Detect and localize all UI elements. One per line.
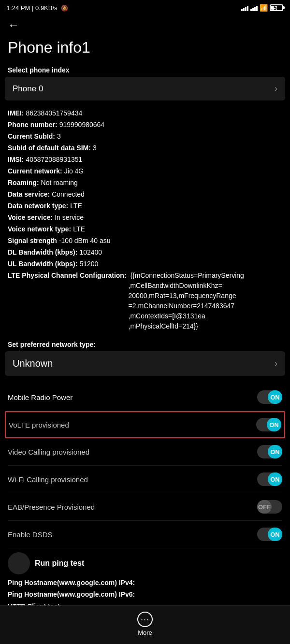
network-type-value: Unknown — [13, 358, 53, 369]
toggle-row-dsds: Enable DSDS ON — [8, 521, 282, 548]
phone-selector-label: Select phone index — [0, 64, 290, 77]
status-separator: | — [32, 4, 35, 12]
default-sim-value: 3 — [93, 143, 282, 153]
eab-toggle[interactable]: OFF — [257, 500, 282, 514]
roaming-value: Not roaming — [41, 178, 282, 188]
voice-network-label: Voice network type: — [8, 224, 71, 234]
info-row-signal: Signal strength -100 dBm 40 asu — [8, 236, 282, 246]
wifi-calling-label: Wi-Fi Calling provisioned — [8, 475, 88, 484]
phone-info-section: IMEI: 862384051759434 Phone number: 9199… — [0, 106, 290, 337]
signal-bars-icon — [241, 4, 248, 11]
wifi-icon: 📶 — [260, 4, 268, 12]
info-row-subid: Current SubId: 3 — [8, 131, 282, 142]
more-icon[interactable]: ··· — [137, 612, 153, 627]
phone-selector-value: Phone 0 — [13, 84, 43, 94]
ping-avatar — [8, 552, 30, 574]
signal-bars-2-icon — [250, 4, 258, 11]
status-time: 1:24 PM — [7, 4, 30, 12]
info-row-imsi: IMSI: 405872088931351 — [8, 155, 282, 165]
info-row-dl-bw: DL Bandwidth (kbps): 102400 — [8, 247, 282, 258]
dl-bw-label: DL Bandwidth (kbps): — [8, 247, 77, 258]
page-title: Phone info1 — [0, 37, 290, 64]
lte-config-label: LTE Physical Channel Configuration: — [8, 271, 127, 331]
toggle-row-mobile-radio: Mobile Radio Power ON — [8, 384, 282, 411]
volte-toggle[interactable]: ON — [256, 418, 281, 431]
chevron-right-2-icon: › — [275, 358, 277, 369]
data-service-label: Data service: — [8, 189, 50, 200]
mobile-radio-toggle[interactable]: ON — [257, 390, 282, 404]
ping-ipv6: Ping Hostname(www.google.com) IPv6: — [8, 589, 282, 600]
info-row-default-sim: SubId of default data SIM: 3 — [8, 143, 282, 153]
info-row-data-service: Data service: Connected — [8, 189, 282, 200]
dsds-label: Enable DSDS — [8, 530, 53, 539]
data-service-value: Connected — [52, 189, 282, 200]
toggle-row-volte: VoLTE provisioned ON — [5, 411, 285, 438]
volte-label: VoLTE provisioned — [9, 421, 69, 429]
toggle-row-wifi-calling: Wi-Fi Calling provisioned ON — [8, 466, 282, 493]
lte-config-value: {{mConnectionStatus=PrimaryServing ,mCel… — [129, 271, 282, 331]
phone-value: 919990980664 — [59, 120, 282, 130]
info-row-roaming: Roaming: Not roaming — [8, 178, 282, 188]
info-row-phone: Phone number: 919990980664 — [8, 120, 282, 130]
video-calling-toggle[interactable]: ON — [257, 445, 282, 458]
signal-value: -100 dBm 40 asu — [59, 236, 282, 246]
status-bar: 1:24 PM | 0.9KB/s 🔕 📶 50 — [0, 0, 290, 14]
chevron-right-icon: › — [275, 84, 277, 94]
ul-bw-value: 51200 — [79, 259, 282, 269]
voice-service-label: Voice service: — [8, 213, 53, 223]
info-row-data-network: Data network type: LTE — [8, 201, 282, 211]
current-network-value: Jio 4G — [64, 166, 282, 176]
imsi-value: 405872088931351 — [26, 155, 282, 165]
imei-label: IMEI: — [8, 108, 24, 118]
status-data-speed: 0.9KB/s — [35, 4, 58, 12]
default-sim-label: SubId of default data SIM: — [8, 143, 91, 153]
toggle-row-eab: EAB/Presence Provisioned OFF — [8, 493, 282, 521]
eab-state: OFF — [258, 503, 271, 511]
video-calling-label: Video Calling provisioned — [8, 448, 89, 456]
voice-network-value: LTE — [73, 224, 282, 234]
info-row-voice-service: Voice service: In service — [8, 213, 282, 223]
voice-service-value: In service — [55, 213, 282, 223]
subid-value: 3 — [57, 131, 282, 142]
subid-label: Current SubId: — [8, 131, 55, 142]
ping-ipv4: Ping Hostname(www.google.com) IPv4: — [8, 577, 282, 588]
ul-bw-label: UL Bandwidth (kbps): — [8, 259, 77, 269]
info-row-lte-config: LTE Physical Channel Configuration: {{mC… — [8, 271, 282, 331]
mobile-radio-state: ON — [270, 394, 280, 401]
wifi-calling-state: ON — [270, 476, 280, 483]
toggle-row-video-calling: Video Calling provisioned ON — [8, 438, 282, 466]
ping-title-row: Run ping test — [8, 552, 282, 574]
alarm-icon: 🔕 — [61, 5, 68, 12]
data-network-value: LTE — [70, 201, 282, 211]
roaming-label: Roaming: — [8, 178, 39, 188]
more-label[interactable]: More — [138, 629, 152, 636]
imsi-label: IMSI: — [8, 155, 24, 165]
dl-bw-value: 102400 — [79, 247, 282, 258]
info-row-ul-bw: UL Bandwidth (kbps): 51200 — [8, 259, 282, 269]
eab-label: EAB/Presence Provisioned — [8, 503, 95, 511]
imei-value: 862384051759434 — [26, 108, 282, 118]
network-type-label: Set preferred network type: — [0, 337, 290, 348]
status-time-speed: 1:24 PM | 0.9KB/s 🔕 — [7, 4, 68, 12]
info-row-voice-network: Voice network type: LTE — [8, 224, 282, 234]
info-row-network: Current network: Jio 4G — [8, 166, 282, 176]
phone-selector-dropdown[interactable]: Phone 0 › — [5, 77, 285, 100]
video-calling-state: ON — [270, 448, 280, 456]
ping-title-text: Run ping test — [35, 559, 84, 568]
current-network-label: Current network: — [8, 166, 62, 176]
volte-state: ON — [269, 421, 279, 429]
data-network-label: Data network type: — [8, 201, 68, 211]
battery-level: 50 — [271, 5, 282, 11]
signal-label: Signal strength — [8, 236, 57, 246]
toggle-section: Mobile Radio Power ON VoLTE provisioned … — [0, 384, 290, 548]
back-button[interactable]: ← — [0, 14, 290, 37]
wifi-calling-toggle[interactable]: ON — [257, 472, 282, 486]
dsds-toggle[interactable]: ON — [257, 528, 282, 541]
phone-label: Phone number: — [8, 120, 58, 130]
dsds-state: ON — [270, 531, 280, 538]
info-row-imei: IMEI: 862384051759434 — [8, 108, 282, 118]
network-type-dropdown[interactable]: Unknown › — [5, 351, 285, 376]
bottom-nav: ··· More — [0, 605, 290, 644]
mobile-radio-label: Mobile Radio Power — [8, 393, 72, 401]
status-icons: 📶 50 — [241, 4, 283, 12]
